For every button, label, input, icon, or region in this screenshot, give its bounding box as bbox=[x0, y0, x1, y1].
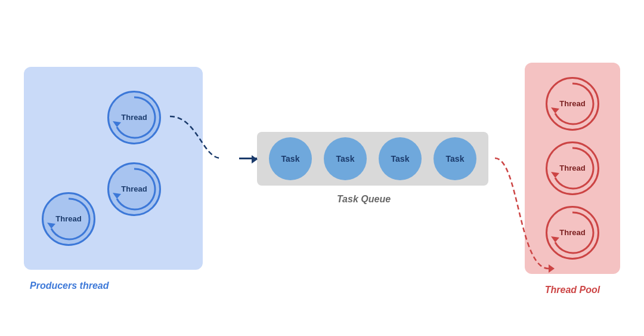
svg-marker-0 bbox=[113, 121, 121, 127]
svg-marker-2 bbox=[47, 223, 55, 229]
middle-section: Task Task Task Task Task Queue bbox=[239, 132, 488, 205]
producer-thread-2: Thread bbox=[107, 162, 161, 216]
main-diagram: Thread Thread Thread Producers thread bbox=[0, 0, 644, 336]
producer-thread-3-label: Thread bbox=[55, 214, 81, 223]
queue-label: Task Queue bbox=[337, 194, 391, 205]
producers-box: Thread Thread Thread bbox=[24, 67, 203, 270]
producer-thread-2-label: Thread bbox=[121, 184, 147, 193]
queue-wrapper: Task Task Task Task bbox=[239, 132, 488, 186]
svg-marker-3 bbox=[551, 107, 559, 113]
svg-marker-4 bbox=[551, 172, 559, 178]
producers-section: Thread Thread Thread Producers thread bbox=[24, 67, 203, 270]
svg-marker-1 bbox=[113, 193, 121, 199]
task-3: Task bbox=[379, 137, 422, 180]
svg-marker-5 bbox=[551, 236, 559, 242]
pool-box: Thread Thread Thread Thread Pool bbox=[525, 63, 620, 274]
pool-thread-2-label: Thread bbox=[559, 164, 585, 172]
task-2: Task bbox=[324, 137, 367, 180]
producers-label: Producers thread bbox=[30, 280, 109, 291]
pool-thread-1: Thread bbox=[546, 77, 599, 131]
task-4: Task bbox=[434, 137, 476, 180]
task-queue: Task Task Task Task bbox=[257, 132, 488, 186]
producer-thread-1-label: Thread bbox=[121, 113, 147, 122]
pool-thread-1-label: Thread bbox=[559, 99, 585, 108]
pool-label: Thread Pool bbox=[525, 285, 620, 295]
task-1: Task bbox=[269, 137, 312, 180]
queue-input-arrow bbox=[239, 158, 257, 159]
pool-section: Thread Thread Thread Thread Pool bbox=[525, 63, 620, 274]
producer-thread-1: Thread bbox=[107, 91, 161, 144]
pool-thread-3: Thread bbox=[546, 206, 599, 260]
producer-thread-3: Thread bbox=[42, 192, 95, 246]
pool-thread-3-label: Thread bbox=[559, 228, 585, 237]
pool-thread-2: Thread bbox=[546, 141, 599, 195]
